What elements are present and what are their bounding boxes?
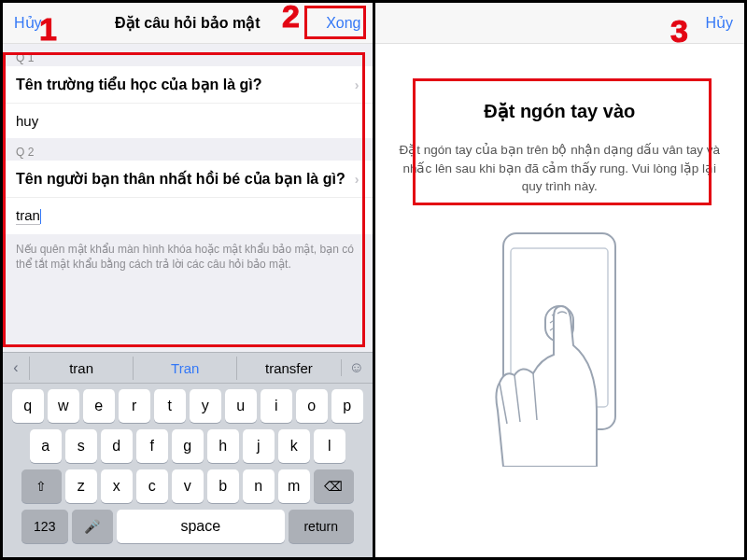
q2-label: Q 2 [3, 138, 373, 161]
key-v[interactable]: v [172, 469, 204, 503]
key-y[interactable]: y [190, 389, 221, 423]
key-c[interactable]: c [136, 469, 168, 503]
q1-label: Q 1 [3, 44, 373, 66]
key-i[interactable]: i [261, 389, 292, 423]
cancel-button-right[interactable]: Hủy [686, 14, 733, 32]
key-s[interactable]: s [65, 429, 97, 463]
annotation-number-2: 2 [282, 0, 300, 35]
fingerprint-title: Đặt ngón tay vào [396, 100, 725, 122]
key-t[interactable]: t [154, 389, 186, 423]
q1-group: Tên trường tiểu học của bạn là gì? › huy [3, 66, 373, 138]
key-space[interactable]: space [117, 510, 285, 543]
fingerprint-description: Đặt ngón tay của bạn trên bộ nhận dạng d… [396, 141, 725, 196]
q2-question-row[interactable]: Tên người bạn thân nhất hồi bé của bạn l… [3, 161, 373, 198]
key-r[interactable]: r [119, 389, 150, 423]
key-return[interactable]: return [289, 510, 354, 543]
suggestion-collapse-icon[interactable]: ‹ [3, 359, 29, 376]
key-g[interactable]: g [172, 429, 204, 463]
key-d[interactable]: d [101, 429, 133, 463]
suggestion-1[interactable]: tran [29, 357, 133, 380]
fingerprint-illustration [375, 224, 745, 557]
key-f[interactable]: f [136, 429, 168, 463]
screen-fingerprint-setup: Hủy Đặt ngón tay vào Đặt ngón tay của bạ… [375, 3, 745, 557]
key-backspace[interactable]: ⌫ [314, 469, 354, 503]
key-m[interactable]: m [278, 469, 310, 503]
key-n[interactable]: n [243, 469, 275, 503]
page-title: Đặt câu hỏi bảo mật [115, 14, 261, 32]
key-u[interactable]: u [225, 389, 257, 423]
q1-question-row[interactable]: Tên trường tiểu học của bạn là gì? › [3, 66, 373, 104]
key-j[interactable]: j [243, 429, 275, 463]
key-z[interactable]: z [65, 469, 97, 503]
emoji-icon[interactable]: ☺ [341, 359, 373, 376]
fingerprint-instructions: Đặt ngón tay vào Đặt ngón tay của bạn tr… [375, 44, 745, 196]
q2-question: Tên người bạn thân nhất hồi bé của bạn l… [16, 170, 345, 188]
q2-answer-value: tran [16, 207, 40, 225]
key-o[interactable]: o [296, 389, 328, 423]
done-button[interactable]: Xong [315, 15, 361, 32]
screen-security-questions: Hủy Đặt câu hỏi bảo mật Xong Q 1 Tên trư… [3, 3, 375, 557]
key-h[interactable]: h [207, 429, 239, 463]
key-e[interactable]: e [83, 389, 115, 423]
questions-form: Q 1 Tên trường tiểu học của bạn là gì? ›… [3, 44, 373, 352]
text-caret [40, 209, 41, 224]
tutorial-frame: Hủy Đặt câu hỏi bảo mật Xong Q 1 Tên trư… [0, 0, 747, 560]
key-q[interactable]: q [12, 389, 44, 423]
annotation-number-1: 1 [39, 11, 57, 48]
key-shift[interactable]: ⇧ [21, 469, 62, 503]
key-x[interactable]: x [101, 469, 133, 503]
navbar-right: Hủy [375, 3, 745, 44]
chevron-right-icon: › [355, 172, 359, 187]
chevron-right-icon: › [355, 77, 359, 92]
suggestion-2[interactable]: Tran [133, 357, 236, 380]
suggestion-3[interactable]: transfer [236, 357, 340, 380]
hint-text: Nếu quên mật khẩu màn hình khóa hoặc mật… [3, 234, 373, 281]
keyboard-suggestion-bar: ‹ tran Tran transfer ☺ [3, 352, 373, 384]
q2-answer-input[interactable]: tran [3, 198, 373, 234]
q2-group: Tên người bạn thân nhất hồi bé của bạn l… [3, 161, 373, 234]
key-numbers[interactable]: 123 [21, 510, 68, 543]
key-l[interactable]: l [314, 429, 345, 463]
q1-answer-input[interactable]: huy [3, 104, 373, 138]
annotation-number-3: 3 [670, 13, 688, 49]
key-k[interactable]: k [278, 429, 310, 463]
key-p[interactable]: p [331, 389, 363, 423]
key-w[interactable]: w [48, 389, 79, 423]
q1-question: Tên trường tiểu học của bạn là gì? [16, 76, 262, 93]
key-mic[interactable]: 🎤 [72, 510, 113, 543]
key-a[interactable]: a [30, 429, 62, 463]
navbar-left: Hủy Đặt câu hỏi bảo mật Xong [3, 3, 373, 44]
q1-answer-value: huy [16, 113, 38, 129]
soft-keyboard: q w e r t y u i o p a s d f g h j k l [3, 384, 373, 557]
hand-on-phone-icon [457, 224, 662, 467]
key-b[interactable]: b [207, 469, 239, 503]
